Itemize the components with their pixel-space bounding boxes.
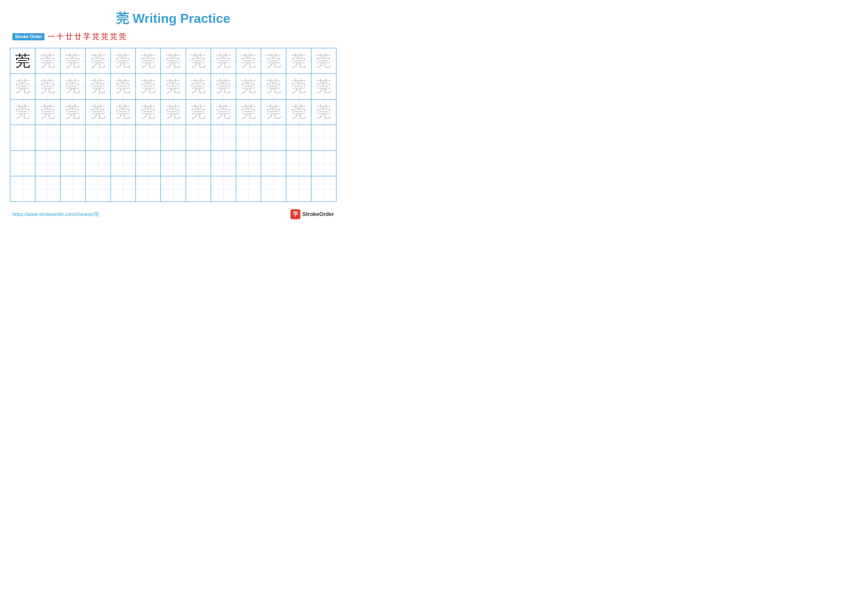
grid-cell-0-12[interactable]: 莞 [312,48,336,73]
grid-cell-1-10[interactable]: 莞 [261,74,286,99]
grid-cell-4-9[interactable] [236,151,261,176]
cell-char-1-5: 莞 [141,79,156,94]
grid-cell-5-3[interactable] [85,176,111,201]
grid-cell-3-10[interactable] [261,125,286,150]
grid-cell-2-8[interactable]: 莞 [211,99,236,124]
grid-cell-3-5[interactable] [136,125,161,150]
grid-cell-2-5[interactable]: 莞 [136,99,161,124]
grid-cell-5-5[interactable] [136,176,161,201]
grid-cell-2-11[interactable]: 莞 [286,99,311,124]
grid-cell-4-8[interactable] [211,151,236,176]
grid-cell-2-1[interactable]: 莞 [36,99,60,124]
grid-cell-0-3[interactable]: 莞 [85,48,111,73]
grid-cell-5-6[interactable] [161,176,186,201]
grid-cell-2-4[interactable]: 莞 [111,99,136,124]
cell-char-2-5: 莞 [141,104,156,120]
grid-cell-0-0[interactable]: 莞 [10,48,36,73]
grid-cell-3-7[interactable] [186,125,211,150]
cell-char-2-2: 莞 [65,104,81,120]
cell-char-0-0: 莞 [15,53,31,68]
grid-cell-4-12[interactable] [312,151,336,176]
grid-cell-3-12[interactable] [312,125,336,150]
grid-cell-1-9[interactable]: 莞 [236,74,261,99]
grid-cell-3-4[interactable] [111,125,136,150]
cell-char-1-9: 莞 [241,79,256,94]
grid-cell-1-1[interactable]: 莞 [36,74,60,99]
stroke-order-chars: 一十廿廿芓芫芫芫莞 [48,32,126,42]
grid-cell-4-3[interactable] [85,151,111,176]
grid-cell-5-4[interactable] [111,176,136,201]
cell-char-0-6: 莞 [166,53,181,68]
grid-cell-5-12[interactable] [312,176,336,201]
grid-row-5 [10,176,336,201]
grid-cell-0-8[interactable]: 莞 [211,48,236,73]
grid-cell-2-0[interactable]: 莞 [10,99,36,124]
grid-cell-5-9[interactable] [236,176,261,201]
cell-char-0-3: 莞 [90,53,105,68]
grid-cell-4-4[interactable] [111,151,136,176]
grid-cell-4-10[interactable] [261,151,286,176]
grid-cell-3-1[interactable] [36,125,60,150]
grid-cell-3-3[interactable] [85,125,111,150]
grid-cell-2-10[interactable]: 莞 [261,99,286,124]
grid-cell-4-11[interactable] [286,151,311,176]
grid-cell-1-0[interactable]: 莞 [10,74,36,99]
cell-char-1-11: 莞 [291,79,306,94]
grid-row-1: 莞莞莞莞莞莞莞莞莞莞莞莞莞 [10,74,336,99]
grid-cell-4-5[interactable] [136,151,161,176]
cell-char-2-7: 莞 [191,104,206,120]
grid-cell-2-2[interactable]: 莞 [60,99,85,124]
grid-cell-0-4[interactable]: 莞 [111,48,136,73]
grid-cell-2-7[interactable]: 莞 [186,99,211,124]
grid-cell-5-11[interactable] [286,176,311,201]
grid-cell-1-8[interactable]: 莞 [211,74,236,99]
grid-cell-5-2[interactable] [60,176,85,201]
grid-cell-4-2[interactable] [60,151,85,176]
grid-cell-4-1[interactable] [36,151,60,176]
grid-cell-0-10[interactable]: 莞 [261,48,286,73]
grid-cell-5-1[interactable] [36,176,60,201]
grid-cell-1-7[interactable]: 莞 [186,74,211,99]
stroke-char-1: 十 [56,32,64,42]
grid-cell-4-7[interactable] [186,151,211,176]
footer-url[interactable]: https://www.strokeorder.com/chinese/莞 [12,211,99,218]
cell-char-2-11: 莞 [291,104,306,120]
cell-char-1-8: 莞 [216,79,231,94]
grid-cell-2-6[interactable]: 莞 [161,99,186,124]
cell-char-0-7: 莞 [191,53,206,68]
cell-char-2-1: 莞 [40,104,56,120]
grid-cell-0-6[interactable]: 莞 [161,48,186,73]
grid-cell-3-9[interactable] [236,125,261,150]
grid-cell-2-12[interactable]: 莞 [312,99,336,124]
grid-cell-0-7[interactable]: 莞 [186,48,211,73]
grid-cell-4-6[interactable] [161,151,186,176]
grid-cell-2-9[interactable]: 莞 [236,99,261,124]
grid-cell-1-6[interactable]: 莞 [161,74,186,99]
grid-cell-3-6[interactable] [161,125,186,150]
grid-cell-3-11[interactable] [286,125,311,150]
grid-cell-0-11[interactable]: 莞 [286,48,311,73]
grid-cell-0-1[interactable]: 莞 [36,48,60,73]
grid-cell-5-8[interactable] [211,176,236,201]
stroke-char-2: 廿 [65,32,73,42]
grid-cell-1-5[interactable]: 莞 [136,74,161,99]
grid-cell-3-0[interactable] [10,125,36,150]
grid-cell-2-3[interactable]: 莞 [85,99,111,124]
grid-cell-1-11[interactable]: 莞 [286,74,311,99]
stroke-char-3: 廿 [74,32,82,42]
grid-cell-3-8[interactable] [211,125,236,150]
grid-cell-1-12[interactable]: 莞 [312,74,336,99]
grid-cell-4-0[interactable] [10,151,36,176]
grid-cell-1-4[interactable]: 莞 [111,74,136,99]
grid-cell-0-5[interactable]: 莞 [136,48,161,73]
grid-cell-5-7[interactable] [186,176,211,201]
grid-cell-3-2[interactable] [60,125,85,150]
grid-cell-0-2[interactable]: 莞 [60,48,85,73]
grid-cell-1-3[interactable]: 莞 [85,74,111,99]
grid-cell-5-0[interactable] [10,176,36,201]
grid-cell-5-10[interactable] [261,176,286,201]
cell-char-0-11: 莞 [291,53,306,68]
grid-cell-0-9[interactable]: 莞 [236,48,261,73]
grid-cell-1-2[interactable]: 莞 [60,74,85,99]
cell-char-2-3: 莞 [90,104,105,120]
